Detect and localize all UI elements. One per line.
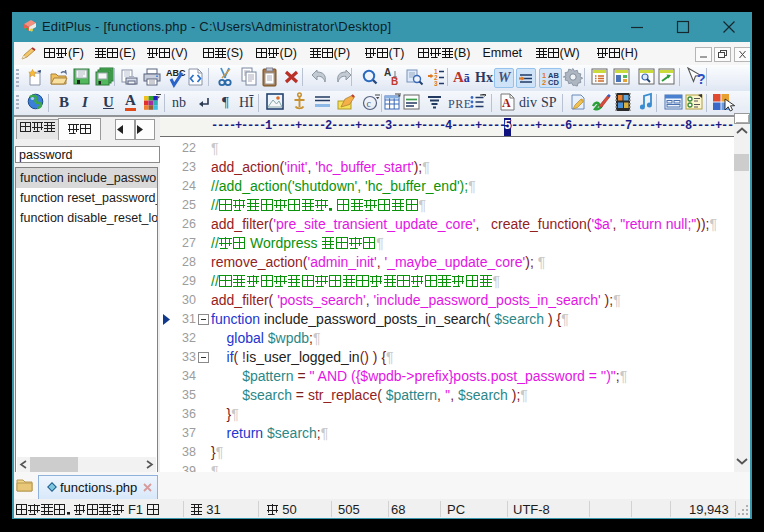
svg-text:?: ? <box>697 71 706 87</box>
svg-text:3: 3 <box>434 80 438 86</box>
svg-text:B: B <box>391 76 398 87</box>
svg-text:A: A <box>502 96 511 110</box>
svg-text:c: c <box>367 98 372 109</box>
svg-text:CD: CD <box>548 78 559 87</box>
svg-text:ABC: ABC <box>166 68 186 78</box>
svg-text:2: 2 <box>542 78 546 87</box>
